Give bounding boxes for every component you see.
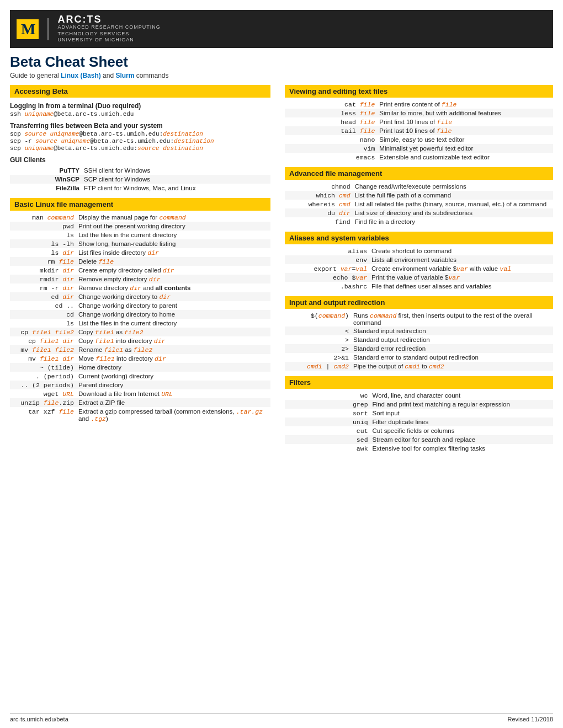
arcts-subtitle-2: TECHNOLOGY SERVICES [57,31,160,38]
list-item: cd dir Change working directory to dir [10,292,270,301]
gui-clients-table: PuTTY SSH client for Windows WinSCP SCP … [10,166,270,192]
list-item: export var=val Create environment variab… [285,264,553,273]
list-item: ~ (tilde) Home directory [10,363,270,372]
list-item: $(command) Runs command first, then inse… [285,311,553,326]
top-header: M ARC:TS ADVANCED RESEARCH COMPUTING TEC… [10,10,553,48]
list-item: PuTTY SSH client for Windows [10,166,270,175]
list-item: tail file Print last 10 lines of file [285,126,553,135]
list-item: .bashrc File that defines user aliases a… [285,282,553,291]
page: M ARC:TS ADVANCED RESEARCH COMPUTING TEC… [0,0,563,728]
ssh-line: ssh uniqname@beta.arc-ts.umich.edu [10,111,270,117]
list-item: head file Print first 10 lines of file [285,117,553,126]
list-item: ls List the files in the current directo… [10,231,270,239]
list-item: echo $var Print the value of variable $v… [285,273,553,282]
list-item: alias Create shortcut to command [285,247,553,255]
list-item: rm file Delete file [10,257,270,266]
list-item: chmod Change read/write/execute permissi… [285,182,553,191]
section-accessing-beta: Accessing Beta [10,85,270,98]
advanced-file-table: chmod Change read/write/execute permissi… [285,182,553,226]
list-item: tar xzf file Extract a gzip compressed t… [10,407,270,423]
list-item: wget URL Download a file from Internet U… [10,389,270,398]
login-title: Logging in from a terminal (Duo required… [10,102,270,110]
footer-revised: Revised 11/2018 [507,716,553,722]
list-item: vim Minimalist yet powerful text editor [285,144,553,153]
list-item: mkdir dir Create empty directory called … [10,266,270,275]
scp-line-1: scp source uniqname@beta.arc-ts.umich.ed… [10,131,270,137]
list-item: grep Find and print text matching a regu… [285,400,553,409]
list-item: man command Display the manual page for … [10,213,270,222]
list-item: mv file1 file2 Rename file1 as file2 [10,345,270,354]
list-item: du dir List size of directory and its su… [285,208,553,217]
list-item: less file Similar to more, but with addi… [285,109,553,117]
list-item: cmd1 | cmd2 Pipe the output of cmd1 to c… [285,362,553,371]
io-redirect-table: $(command) Runs command first, then inse… [285,311,553,371]
list-item: cp file1 file2 Copy file1 as file2 [10,328,270,336]
list-item: sed Stream editor for search and replace [285,435,553,444]
list-item: wc Word, line, and character count [285,391,553,400]
list-item: .. (2 periods) Parent directory [10,381,270,389]
list-item: cat file Print entire content of file [285,100,553,109]
list-item: ls -lh Show long, human-readable listing [10,239,270,248]
footer-url: arc-ts.umich.edu/beta [10,716,68,722]
list-item: cp file1 dir Copy file1 into directory d… [10,336,270,345]
logo-divider [47,18,49,40]
list-item: 2>&1 Standard error to standard output r… [285,353,553,362]
list-item: mv file1 dir Move file1 into directory d… [10,354,270,363]
viewing-editing-table: cat file Print entire content of file le… [285,100,553,162]
section-filters: Filters [285,376,553,389]
list-item: nano Simple, easy to use text editor [285,135,553,144]
list-item: which cmd List the full file path of a c… [285,191,553,200]
list-item: cd .. Change working directory to parent [10,301,270,310]
section-viewing-editing: Viewing and editing text files [285,85,553,98]
list-item: cut Cut specific fields or columns [285,426,553,435]
gui-clients-title: GUI Clients [10,156,270,164]
right-column: Viewing and editing text files cat file … [280,85,553,705]
list-item: cd Change working directory to home [10,310,270,319]
list-item: unzip file.zip Extract a ZIP file [10,398,270,407]
list-item: < Standard input redirection [285,326,553,335]
list-item: rmdir dir Remove empty directory dir [10,275,270,283]
list-item: WinSCP SCP client for Windows [10,175,270,184]
aliases-table: alias Create shortcut to command env Lis… [285,247,553,291]
list-item: rm -r dir Remove directory dir and all c… [10,283,270,292]
list-item: 2> Standard error redirection [285,344,553,353]
arcts-subtitle-3: UNIVERSITY OF MICHIGAN [57,37,160,44]
logo-block: M ARC:TS ADVANCED RESEARCH COMPUTING TEC… [17,14,161,44]
list-item: ls dir List files inside directory dir [10,248,270,257]
m-logo: M [17,19,39,39]
sheet-subtitle: Guide to general Linux (Bash) and Slurm … [10,72,553,79]
section-io-redirect: Input and output redirection [285,296,553,309]
basic-linux-table: man command Display the manual page for … [10,213,270,423]
list-item: pwd Print out the present working direct… [10,222,270,231]
list-item: find Find file in a directory [285,217,553,226]
list-item: whereis cmd List all related file paths … [285,200,553,208]
list-item: ls List the files in the current directo… [10,319,270,328]
list-item: uniq Filter duplicate lines [285,417,553,426]
scp-line-2: scp -r source uniqname@beta.arc-ts.umich… [10,138,270,144]
arcts-subtitle-1: ADVANCED RESEARCH COMPUTING [57,24,160,31]
footer: arc-ts.umich.edu/beta Revised 11/2018 [10,713,553,722]
sheet-title: Beta Cheat Sheet [10,53,553,71]
scp-line-3: scp uniqname@beta.arc-ts.umich.edu:sourc… [10,145,270,152]
section-advanced-file: Advanced file management [285,167,553,180]
left-column: Accessing Beta Logging in from a termina… [10,85,280,705]
two-col-layout: Accessing Beta Logging in from a termina… [10,85,553,705]
list-item: > Standard output redirection [285,335,553,344]
arcts-block: ARC:TS ADVANCED RESEARCH COMPUTING TECHN… [57,14,160,44]
list-item: awk Extensive tool for complex filtering… [285,444,553,453]
arcts-title: ARC:TS [57,14,160,24]
list-item: emacs Extensible and customizable text e… [285,153,553,162]
section-basic-linux: Basic Linux file management [10,198,270,211]
list-item: env Lists all environment variables [285,255,553,264]
filters-table: wc Word, line, and character count grep … [285,391,553,453]
list-item: . (period) Current (working) directory [10,372,270,381]
list-item: FileZilla FTP client for Windows, Mac, a… [10,184,270,192]
transfer-title: Transferring files between Beta and your… [10,122,270,130]
list-item: sort Sort input [285,409,553,417]
section-aliases: Aliases and system variables [285,232,553,244]
